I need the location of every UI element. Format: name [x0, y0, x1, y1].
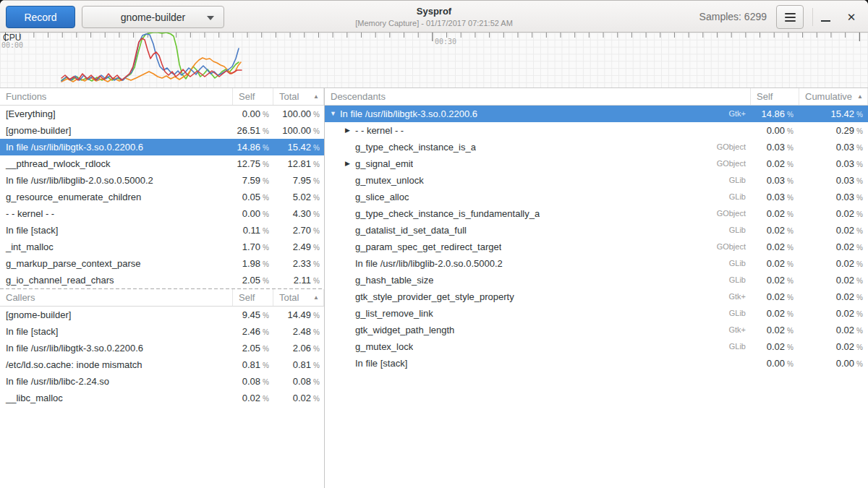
- table-row[interactable]: In file /usr/lib/libgtk-3.so.0.2200.614.…: [0, 139, 324, 155]
- tree-name-cell: ▼In file /usr/lib/libgtk-3.so.0.2200.6Gt…: [325, 106, 751, 122]
- tree-row[interactable]: gtk_widget_path_lengthGtk+0.02%0.02%: [325, 322, 868, 338]
- tree-name-cell: g_type_check_instance_is_aGObject: [325, 139, 751, 155]
- table-row[interactable]: _int_malloc1.70%2.49%: [0, 239, 324, 255]
- tree-row[interactable]: g_param_spec_get_redirect_targetGObject0…: [325, 239, 868, 255]
- table-row[interactable]: /etc/ld.so.cache: inode mismatch0.81%0.8…: [0, 356, 324, 373]
- library-tag: GLib: [729, 272, 751, 288]
- library-tag: [746, 122, 751, 139]
- close-button[interactable]: ✕: [842, 5, 861, 29]
- percent-value: 0.03%: [751, 139, 799, 155]
- tree-row[interactable]: g_list_remove_linkGLib0.02%0.02%: [325, 305, 868, 322]
- table-row[interactable]: g_markup_parse_context_parse1.98%2.33%: [0, 255, 324, 272]
- tree-row[interactable]: g_mutex_lockGLib0.02%0.02%: [325, 338, 868, 355]
- percent-unit: %: [856, 177, 863, 185]
- column-header-self[interactable]: Self: [751, 88, 799, 105]
- column-header-callers[interactable]: Callers: [0, 289, 233, 306]
- percent-value: 0.02%: [751, 322, 799, 338]
- percent-unit: %: [263, 312, 269, 320]
- percent-unit: %: [856, 194, 863, 202]
- expander-collapsed-icon[interactable]: ▶: [345, 122, 355, 139]
- tree-row[interactable]: g_type_check_instance_is_aGObject0.03%0.…: [325, 139, 868, 155]
- column-header-total[interactable]: Total ▲: [273, 88, 324, 105]
- left-pane: Functions Self Total ▲ [Everything]0.00%…: [0, 88, 324, 488]
- column-header-functions[interactable]: Functions: [0, 88, 233, 105]
- column-header-self[interactable]: Self: [233, 289, 273, 306]
- tree-row[interactable]: ▼In file /usr/lib/libgtk-3.so.0.2200.6Gt…: [325, 106, 868, 122]
- column-header-self[interactable]: Self: [233, 88, 273, 105]
- column-header-descendants[interactable]: Descendants: [325, 88, 751, 105]
- library-tag: GObject: [717, 155, 751, 172]
- table-row[interactable]: In file /usr/lib/libgtk-3.so.0.2200.62.0…: [0, 340, 324, 356]
- percent-unit: %: [313, 177, 320, 185]
- tree-name-cell: g_datalist_id_set_data_fullGLib: [325, 222, 751, 239]
- percent-value: 0.02%: [799, 255, 868, 272]
- process-selector-dropdown[interactable]: gnome-builder: [82, 6, 224, 28]
- minimize-button[interactable]: [817, 5, 835, 29]
- tree-name-cell: ▶- - kernel - -: [325, 122, 751, 139]
- percent-unit: %: [787, 360, 793, 368]
- tree-row[interactable]: g_mutex_unlockGLib0.03%0.03%: [325, 172, 868, 189]
- expander-collapsed-icon[interactable]: ▶: [345, 155, 355, 172]
- percent-value: 0.02%: [751, 305, 799, 322]
- record-button[interactable]: Record: [6, 6, 75, 28]
- function-name: g_list_remove_link: [355, 305, 433, 322]
- function-name: g_slice_alloc: [355, 189, 409, 205]
- menu-button[interactable]: [776, 5, 804, 29]
- functions-table-body: [Everything]0.00%100.00%[gnome-builder]2…: [0, 106, 324, 288]
- table-row[interactable]: In file [stack]2.46%2.48%: [0, 323, 324, 340]
- column-header-cumulative[interactable]: Cumulative ▲: [799, 88, 868, 105]
- tree-row[interactable]: gtk_style_provider_get_style_propertyGtk…: [325, 288, 868, 305]
- expander-expanded-icon[interactable]: ▼: [330, 106, 340, 122]
- table-row[interactable]: g_resource_enumerate_children0.05%5.02%: [0, 189, 324, 205]
- percent-unit: %: [856, 294, 863, 301]
- percent-unit: %: [787, 327, 793, 335]
- function-name: gtk_style_provider_get_style_property: [355, 288, 514, 305]
- function-name: [gnome-builder]: [0, 307, 233, 323]
- tree-row[interactable]: In file [stack]0.00%0.00%: [325, 355, 868, 372]
- column-header-total[interactable]: Total ▲: [273, 289, 324, 306]
- percent-unit: %: [787, 244, 793, 252]
- table-row[interactable]: __libc_malloc0.02%0.02%: [0, 390, 324, 406]
- tree-row[interactable]: g_datalist_id_set_data_fullGLib0.02%0.02…: [325, 222, 868, 239]
- percent-value: 0.02%: [799, 222, 868, 239]
- tree-row[interactable]: g_type_check_instance_is_fundamentally_a…: [325, 205, 868, 222]
- percent-value: 0.03%: [799, 189, 868, 205]
- library-tag: GLib: [729, 222, 751, 239]
- table-row[interactable]: In file [stack]0.11%2.70%: [0, 222, 324, 239]
- percent-unit: %: [263, 361, 269, 369]
- no-expander: [345, 322, 355, 338]
- percent-value: 100.00%: [273, 122, 324, 139]
- percent-unit: %: [313, 244, 320, 252]
- tree-row[interactable]: ▶- - kernel - -0.00%0.29%: [325, 122, 868, 139]
- percent-value: 0.02%: [751, 272, 799, 288]
- table-row[interactable]: - - kernel - -0.00%4.30%: [0, 205, 324, 222]
- cpu-timeline-chart[interactable]: CPU 00:00 00:30: [0, 33, 868, 88]
- tree-row[interactable]: g_slice_allocGLib0.03%0.03%: [325, 189, 868, 205]
- percent-unit: %: [856, 144, 863, 152]
- table-row[interactable]: g_io_channel_read_chars2.05%2.11%: [0, 272, 324, 288]
- function-name: g_signal_emit: [355, 155, 413, 172]
- library-tag: GLib: [729, 255, 751, 272]
- percent-value: 0.02%: [799, 272, 868, 288]
- tree-row[interactable]: ▶g_signal_emitGObject0.02%0.03%: [325, 155, 868, 172]
- table-row[interactable]: __pthread_rwlock_rdlock12.75%12.81%: [0, 155, 324, 172]
- table-row[interactable]: [gnome-builder]9.45%14.49%: [0, 307, 324, 323]
- percent-value: 7.59%: [233, 172, 273, 189]
- table-row[interactable]: [gnome-builder]26.51%100.00%: [0, 122, 324, 139]
- function-name: __pthread_rwlock_rdlock: [0, 155, 233, 172]
- tree-row[interactable]: In file /usr/lib/libglib-2.0.so.0.5000.2…: [325, 255, 868, 272]
- percent-value: 0.00%: [799, 355, 868, 372]
- hamburger-icon: [785, 13, 796, 14]
- tree-name-cell: g_type_check_instance_is_fundamentally_a…: [325, 205, 751, 222]
- table-row[interactable]: [Everything]0.00%100.00%: [0, 106, 324, 122]
- tree-name-cell: g_mutex_unlockGLib: [325, 172, 751, 189]
- function-name: g_type_check_instance_is_fundamentally_a: [355, 205, 540, 222]
- percent-unit: %: [313, 144, 320, 152]
- table-row[interactable]: In file /usr/lib/libc-2.24.so0.08%0.08%: [0, 373, 324, 390]
- library-tag: [746, 355, 751, 372]
- no-expander: [345, 272, 355, 288]
- percent-value: 15.42%: [273, 139, 324, 155]
- table-row[interactable]: In file /usr/lib/libglib-2.0.so.0.5000.2…: [0, 172, 324, 189]
- percent-value: 9.45%: [233, 307, 273, 323]
- tree-row[interactable]: g_hash_table_sizeGLib0.02%0.02%: [325, 272, 868, 288]
